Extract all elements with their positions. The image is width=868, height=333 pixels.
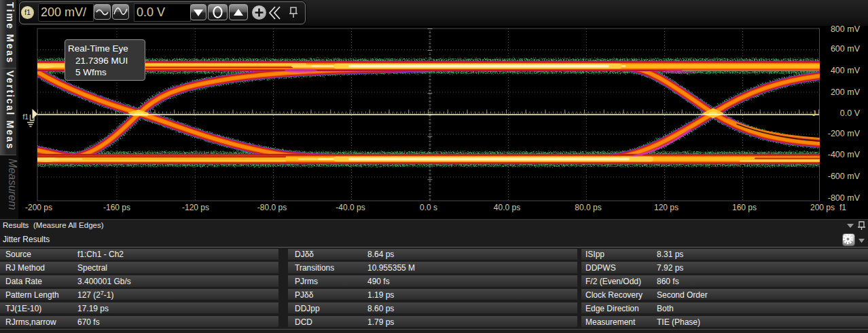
svg-text:120 ps: 120 ps <box>654 203 679 212</box>
svg-text:200 mV: 200 mV <box>831 87 861 97</box>
svg-text:-400 mV: -400 mV <box>828 150 861 159</box>
svg-text:40.0 ps: 40.0 ps <box>494 203 520 212</box>
svg-text:-200 mV: -200 mV <box>828 129 861 138</box>
svg-text:-80.0 ps: -80.0 ps <box>257 203 287 212</box>
svg-text:-120 ps: -120 ps <box>182 203 209 212</box>
svg-text:-40.0 ps: -40.0 ps <box>336 203 365 212</box>
svg-text:0.0 V: 0.0 V <box>840 109 861 118</box>
svg-text:-200 ps: -200 ps <box>25 203 52 212</box>
svg-text:-J: -J <box>810 109 816 117</box>
svg-text:f1: f1 <box>23 113 29 121</box>
svg-text:-160 ps: -160 ps <box>103 203 130 212</box>
svg-text:400 mV: 400 mV <box>831 66 861 75</box>
svg-text:-800 mV: -800 mV <box>828 193 861 203</box>
svg-text:800 mV: 800 mV <box>831 24 861 34</box>
svg-text:600 mV: 600 mV <box>831 44 861 54</box>
svg-text:f1: f1 <box>839 203 846 212</box>
svg-text:80.0 ps: 80.0 ps <box>575 203 601 212</box>
svg-text:0.0 s: 0.0 s <box>420 203 437 212</box>
svg-text:200 ps: 200 ps <box>810 203 835 212</box>
svg-text:-600 mV: -600 mV <box>828 172 861 181</box>
svg-text:160 ps: 160 ps <box>732 203 757 212</box>
